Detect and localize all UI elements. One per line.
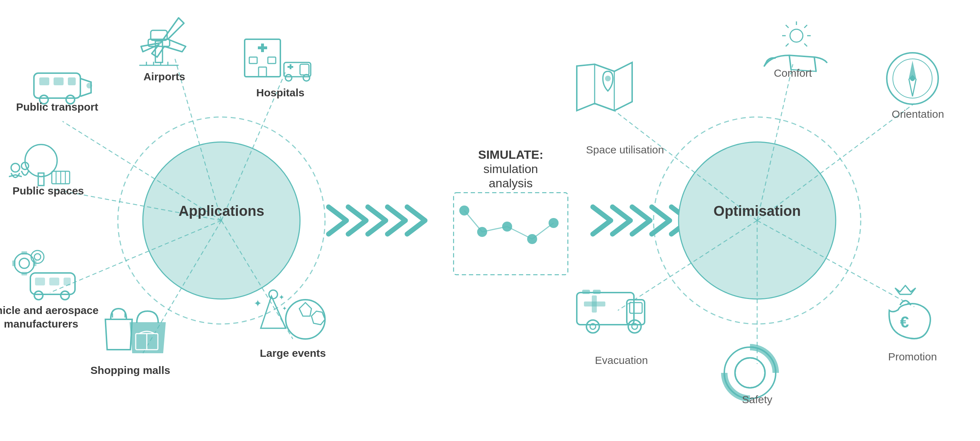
svg-point-70	[34, 291, 43, 300]
main-diagram: ✦ ✦ ✦	[0, 0, 980, 441]
svg-rect-69	[64, 278, 71, 286]
vehicle-label1: Vehicle and aerospace	[0, 305, 99, 316]
shopping-mall-icon	[105, 309, 165, 352]
space-utilisation-icon	[577, 62, 632, 111]
shopping-malls-label: Shopping malls	[91, 364, 170, 376]
airports-icon	[141, 18, 186, 57]
svg-point-47	[303, 75, 310, 81]
diagram-container: ✦ ✦ ✦	[0, 0, 980, 441]
large-events-label: Large events	[259, 347, 326, 359]
svg-text:✦: ✦	[278, 293, 285, 301]
evacuation-label: Evacuation	[595, 354, 648, 366]
svg-line-91	[786, 43, 789, 46]
arrows-left	[329, 207, 425, 234]
svg-line-88	[804, 43, 807, 46]
space-utilisation-label: Space utilisation	[586, 144, 664, 155]
large-events-icon: ✦ ✦ ✦	[254, 290, 325, 339]
comfort-icon	[764, 21, 827, 71]
vehicle-icon	[12, 251, 75, 300]
svg-rect-67	[35, 278, 45, 286]
svg-point-78	[286, 300, 325, 339]
svg-point-29	[86, 83, 92, 89]
svg-rect-24	[39, 78, 49, 85]
svg-rect-97	[577, 293, 634, 325]
svg-point-83	[605, 76, 611, 81]
svg-marker-80	[312, 311, 325, 325]
svg-rect-43	[259, 67, 266, 77]
svg-point-59	[19, 258, 29, 268]
svg-rect-40	[261, 43, 264, 52]
svg-rect-51	[38, 173, 44, 186]
svg-point-65	[34, 254, 41, 260]
public-spaces-icon	[9, 144, 70, 186]
svg-rect-9	[453, 193, 568, 275]
svg-rect-45	[300, 64, 309, 75]
svg-rect-100	[592, 295, 597, 313]
svg-rect-26	[68, 78, 76, 85]
orientation-label: Orientation	[892, 108, 944, 120]
promotion-icon: €	[889, 286, 931, 339]
simulate-subtitle1: simulation	[483, 162, 538, 176]
airports-label: Airports	[143, 71, 185, 82]
public-transport-label: Public transport	[16, 101, 98, 113]
hospitals-label: Hospitals	[256, 87, 304, 98]
svg-rect-107	[593, 290, 601, 294]
vehicle-label2: manufacturers	[4, 318, 78, 330]
svg-point-104	[628, 320, 641, 333]
svg-text:✦: ✦	[282, 305, 287, 311]
svg-rect-25	[54, 78, 64, 85]
safety-label: Safety	[742, 393, 772, 405]
svg-point-64	[31, 251, 44, 263]
simulate-box	[453, 193, 568, 275]
svg-text:€: €	[900, 313, 909, 331]
promotion-label: Promotion	[888, 351, 937, 363]
orientation-icon	[887, 53, 938, 104]
svg-point-46	[285, 75, 292, 81]
public-spaces-label: Public spaces	[13, 185, 84, 197]
public-transport-icon	[34, 73, 92, 104]
svg-rect-49	[290, 64, 291, 69]
svg-line-89	[786, 25, 789, 28]
svg-point-71	[61, 291, 69, 300]
applications-label: Applications	[178, 203, 264, 219]
evacuation-icon	[577, 290, 644, 333]
airport-tower-icon	[139, 30, 178, 65]
svg-rect-62	[12, 260, 16, 266]
simulate-title: SIMULATE:	[478, 148, 544, 161]
svg-line-86	[804, 25, 807, 28]
svg-marker-79	[299, 303, 312, 316]
simulate-subtitle2: analysis	[489, 176, 533, 190]
svg-rect-41	[249, 57, 257, 63]
svg-rect-106	[582, 290, 590, 294]
svg-rect-42	[268, 57, 276, 63]
arrows-right	[593, 207, 689, 234]
svg-rect-60	[21, 251, 27, 255]
svg-text:✦: ✦	[254, 298, 262, 309]
svg-point-110	[724, 347, 776, 398]
svg-point-111	[735, 358, 765, 388]
svg-point-74	[269, 290, 277, 299]
svg-rect-23	[34, 73, 80, 98]
svg-rect-101	[630, 303, 642, 313]
svg-point-84	[790, 29, 803, 42]
hospitals-icon	[245, 39, 311, 81]
optimisation-label: Optimisation	[714, 203, 801, 219]
svg-rect-61	[21, 272, 27, 276]
svg-point-96	[910, 76, 915, 81]
svg-point-102	[586, 320, 599, 333]
comfort-label: Comfort	[774, 67, 812, 79]
safety-icon	[724, 347, 776, 398]
svg-rect-68	[49, 278, 59, 286]
svg-point-52	[11, 163, 20, 172]
